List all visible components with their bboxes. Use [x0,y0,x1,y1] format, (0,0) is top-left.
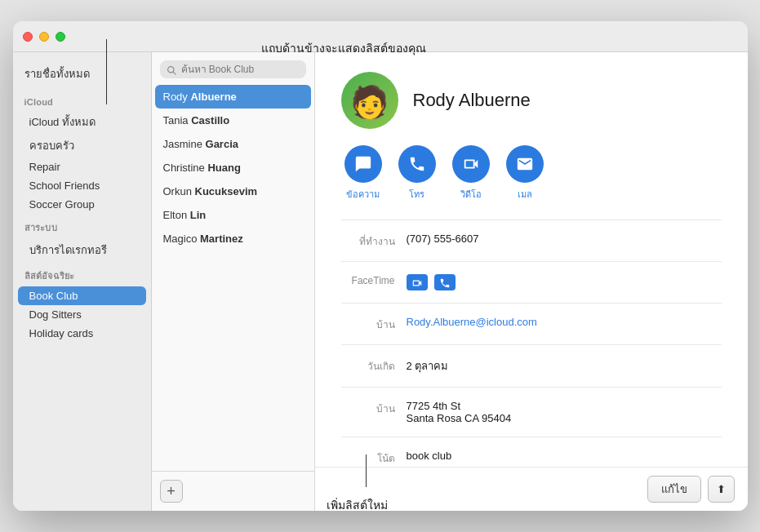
email-row: บ้าน Rody.Albuerne@icloud.com [341,312,722,336]
birthday-label-field: วันเกิด [341,358,407,374]
detail-pane: 🧑 Rody Albuerne ข้อความ [315,52,748,511]
divider-5 [341,387,722,388]
address-value: 7725 4th St Santa Rosa CA 95404 [407,400,722,424]
sidebar-item-holiday-cards[interactable]: Holiday cards [18,324,146,343]
main-window: รายชื่อทั้งหมด iCloud iCloud ทั้งหมด ครอ… [13,21,748,511]
email-value[interactable]: Rody.Albuerne@icloud.com [407,316,722,328]
icloud-section-header: iCloud [13,91,151,110]
divider-3 [341,303,722,304]
phone-row: ที่ทำงาน (707) 555-6607 [341,228,722,253]
close-button[interactable] [23,32,33,42]
video-label: วิดีโอ [460,187,482,202]
search-icon [167,64,177,75]
phone-action-button[interactable]: โทร [398,145,436,202]
contact-item-christine[interactable]: Christine Huang [152,156,314,180]
system-section-header: สาระบบ [13,214,151,238]
contact-item-magico[interactable]: Magico Martinez [152,227,314,250]
contact-header: 🧑 Rody Albuerne [341,72,722,129]
mail-icon [506,145,544,183]
contact-item-orkun[interactable]: Orkun Kucuksevim [152,180,314,203]
search-input[interactable] [181,64,300,75]
facetime-row: FaceTime [341,270,722,295]
sidebar-item-book-club[interactable]: Book Club [18,286,146,305]
detail-footer: แก้ไข ⬆ [315,467,748,511]
facetime-phone-icon[interactable] [434,274,456,290]
facetime-video-icon[interactable] [407,274,428,290]
phone-icon [398,145,436,183]
phone-label-field: ที่ทำงาน [341,233,407,249]
sidebar: รายชื่อทั้งหมด iCloud iCloud ทั้งหมด ครอ… [13,52,152,511]
phone-label: โทร [409,187,424,202]
message-label: ข้อความ [346,187,380,202]
titlebar [13,21,748,52]
svg-line-1 [173,72,176,74]
svg-point-0 [167,66,173,72]
video-action-button[interactable]: วิดีโอ [452,145,490,202]
address-label-field: บ้าน [341,401,407,416]
divider-1 [341,219,722,220]
email-label-field: บ้าน [341,317,407,332]
notes-value: book club [407,450,722,462]
notes-row: โน้ต book club [341,446,722,467]
divider-6 [341,437,722,437]
birthday-value: 2 ตุลาคม [407,357,722,375]
contact-item-jasmine[interactable]: Jasmine Garcia [152,132,314,156]
sidebar-item-repair[interactable]: Repair [18,157,146,176]
avatar: 🧑 [341,72,398,129]
content-area: รายชื่อทั้งหมด iCloud iCloud ทั้งหมด ครอ… [13,52,748,511]
search-bar [152,52,314,85]
sidebar-item-all[interactable]: รายชื่อทั้งหมด [13,62,151,91]
video-icon [452,145,490,183]
detail-content: 🧑 Rody Albuerne ข้อความ [315,52,748,467]
contact-list-pane: Rody Albuerne Tania Castillo Jasmine Gar… [152,52,315,511]
edit-button[interactable]: แก้ไข [647,476,701,503]
contact-list-footer: + [152,471,314,511]
share-button[interactable]: ⬆ [708,476,735,503]
contact-item-tania[interactable]: Tania Castillo [152,109,314,132]
sidebar-item-dog-sitters[interactable]: Dog Sitters [18,305,146,324]
avatar-image: 🧑 [350,86,389,117]
divider-2 [341,261,722,262]
facetime-label-field: FaceTime [341,275,407,286]
facetime-value [407,274,722,290]
contact-item-elton[interactable]: Elton Lin [152,203,314,227]
message-action-button[interactable]: ข้อความ [344,145,382,202]
maximize-button[interactable] [56,32,65,42]
sidebar-item-school-friends[interactable]: School Friends [18,176,146,195]
sidebar-item-icloud-all[interactable]: iCloud ทั้งหมด [18,110,146,134]
message-icon [344,145,382,183]
search-wrapper [160,60,306,78]
minimize-button[interactable] [39,32,49,42]
contact-item-rody[interactable]: Rody Albuerne [155,85,311,109]
add-list-button[interactable]: + [160,480,183,503]
sidebar-item-family[interactable]: ครอบครัว [18,134,146,157]
phone-value[interactable]: (707) 555-6607 [407,233,722,245]
smart-section-header: ลิสต์อัจฉริยะ [13,262,151,286]
facetime-icons [407,274,722,290]
sidebar-item-soccer-group[interactable]: Soccer Group [18,195,146,214]
contact-full-name: Rody Albuerne [413,90,531,111]
divider-4 [341,344,722,345]
address-row: บ้าน 7725 4th St Santa Rosa CA 95404 [341,396,722,428]
mail-label: เมล [518,187,532,202]
address-line1: 7725 4th St [407,400,722,412]
action-buttons: ข้อความ โทร วิดีโอ [341,145,722,202]
contact-list: Rody Albuerne Tania Castillo Jasmine Gar… [152,85,314,471]
birthday-row: วันเกิด 2 ตุลาคม [341,353,722,379]
address-line2: Santa Rosa CA 95404 [407,412,722,424]
notes-label-field: โน้ต [341,450,407,466]
mail-action-button[interactable]: เมล [506,145,544,202]
sidebar-item-directory[interactable]: บริการไดเรกทอรี [18,238,146,262]
